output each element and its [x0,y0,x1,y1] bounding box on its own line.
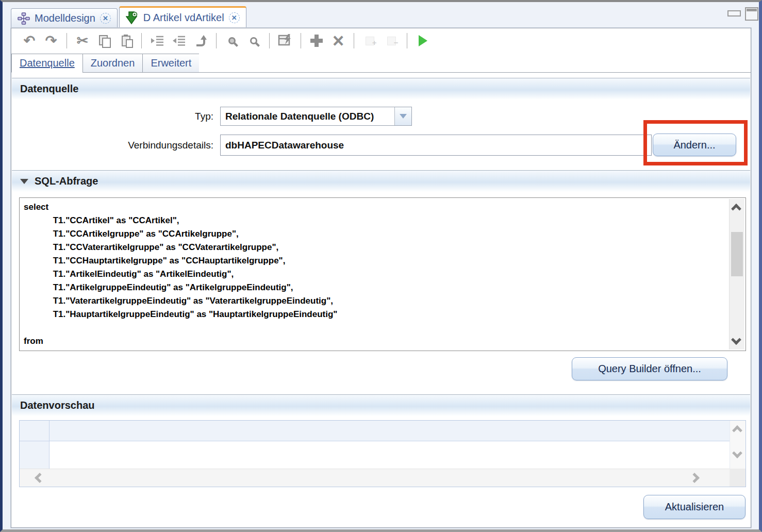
delete-icon[interactable]: × [327,30,349,51]
toolbar-separator [301,33,301,48]
toolbar-separator [216,33,217,48]
toolbar-separator [354,33,354,48]
indent-icon[interactable] [146,30,168,51]
tab-zuordnen[interactable]: Zuordnen [82,54,143,73]
cut-icon[interactable]: ✂ [72,30,93,51]
tab-d-artikel-vdartikel[interactable]: D Artikel vdArtikel ✕ [119,6,246,28]
tab-label: Modelldesign [35,12,95,24]
add-row-icon[interactable]: + [359,30,380,51]
grid-vertical-scrollbar[interactable] [730,421,746,469]
scrollbar-corner [730,469,746,487]
grid-header-row [20,421,746,441]
toolbar-separator [141,33,142,48]
zoom-selection-icon[interactable] [221,30,243,51]
section-title: SQL-Abfrage [35,175,98,187]
undo-icon[interactable]: ↶ [19,30,40,51]
query-builder-button[interactable]: Query Builder öffnen... [572,357,727,380]
app-window: Modelldesign ✕ D Artikel vdArtikel ✕ ↶ ↷… [0,0,762,532]
grid-horizontal-scrollbar[interactable] [20,469,746,487]
toolbar-separator [407,33,407,48]
close-icon[interactable]: ✕ [100,13,111,24]
red-highlight-annotation [643,120,748,165]
toolbar-separator [269,33,270,48]
data-preview-grid [19,420,746,487]
outdent-icon[interactable] [168,30,190,51]
sql-query-text[interactable]: select T1."CCArtikel" as "CCArtikel", T1… [20,198,746,351]
open-in-editor-icon[interactable] [190,30,211,51]
run-icon[interactable] [412,30,434,51]
verbindungsdetails-input[interactable] [220,135,652,156]
scroll-down-icon[interactable] [732,448,742,458]
scroll-down-icon[interactable] [731,335,741,345]
search-icon[interactable] [243,30,264,51]
grid-header-corner-cell [20,421,49,441]
tab-datenquelle[interactable]: Datenquelle [11,54,82,73]
typ-select[interactable]: Relationale Datenquelle (ODBC) [220,107,412,126]
document-tab-bar: Modelldesign ✕ D Artikel vdArtikel ✕ [11,5,246,28]
collapse-icon[interactable] [20,179,28,184]
grid-empty-row [20,441,746,469]
datenvorschau-section-header: Datenvorschau [12,394,750,416]
tab-modelldesign[interactable]: Modelldesign ✕ [11,8,118,28]
model-diagram-icon [18,12,30,25]
tab-erweitert[interactable]: Erweitert [142,54,199,73]
close-icon[interactable]: ✕ [229,12,240,23]
remove-row-icon[interactable]: − [380,30,402,51]
typ-label: Typ: [53,111,213,122]
toolbar-separator [67,33,67,48]
redo-icon[interactable]: ↷ [40,30,62,51]
window-maximize-icon[interactable] [745,7,758,21]
scrollbar-thumb[interactable] [731,232,743,276]
sql-vertical-scrollbar[interactable] [729,199,744,350]
refresh-data-icon[interactable] [274,30,296,51]
scroll-right-icon[interactable] [689,473,700,483]
section-title: Datenquelle [20,83,78,95]
view-tab-bar: Datenquelle Zuordnen Erweitert [11,53,751,73]
grid-row-header-cell [20,441,49,469]
scroll-up-icon[interactable] [731,204,741,214]
tab-bar-filler [199,54,751,73]
section-title: Datenvorschau [20,400,95,411]
window-minimize-icon[interactable] [727,10,741,16]
add-icon[interactable] [306,30,327,51]
chevron-down-icon[interactable] [394,107,411,125]
editor-panel: ↶ ↷ ✂ × [11,28,751,528]
toolbar: ↶ ↷ ✂ × [11,28,751,53]
scroll-left-icon[interactable] [35,473,45,483]
verbindungsdetails-label: Verbindungsdetails: [53,140,213,151]
sql-editor[interactable]: select T1."CCArtikel" as "CCArtikel", T1… [19,197,746,351]
tab-label: D Artikel vdArtikel [143,12,224,24]
copy-icon[interactable] [93,30,115,51]
query-subject-icon [126,11,139,25]
typ-selected-value: Relationale Datenquelle (ODBC) [221,107,394,125]
aktualisieren-button[interactable]: Aktualisieren [643,495,746,519]
datenquelle-section-header: Datenquelle [12,78,750,99]
scroll-up-icon[interactable] [732,425,742,436]
sql-abfrage-section-header: SQL-Abfrage [12,170,750,192]
paste-icon[interactable] [115,30,137,51]
